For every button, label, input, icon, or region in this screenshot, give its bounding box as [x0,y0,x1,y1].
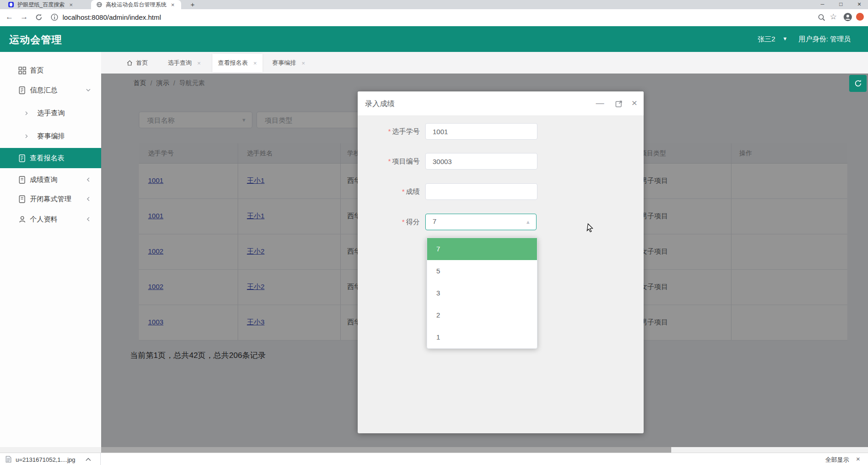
sidebar-item-label: 选手查询 [37,109,65,118]
reload-icon[interactable] [35,13,43,21]
dialog-minimize-icon[interactable]: — [594,98,605,108]
sidebar-item-score-query[interactable]: 成绩查询 [0,171,101,188]
back-icon[interactable]: ← [6,12,13,22]
url-text[interactable]: localhost:8080/admin/index.html [63,13,161,21]
sidebar: 首页 信息汇总 选手查询 赛事编排 查看报名表 成绩查询 开闭幕式管理 [0,52,102,453]
score-field[interactable] [425,183,537,200]
tab-close-icon[interactable]: × [253,60,257,67]
chevron-right-icon [24,134,29,139]
dropdown-option[interactable]: 3 [427,282,537,304]
download-filename[interactable]: u=2131671052,1....jpg [16,456,75,463]
chevron-right-icon [24,111,29,116]
required-mark: * [388,127,391,135]
form-row-student-id: *选手学号 [358,123,644,140]
chevron-left-icon [86,196,91,202]
app-header: 运动会管理 张三2 ▼ 用户身份: 管理员 [0,26,868,52]
tab-close-icon[interactable]: × [197,60,201,67]
window-close-button[interactable]: × [851,0,867,9]
sidebar-subitem-event-arrange[interactable]: 赛事编排 [0,127,101,145]
horizontal-scrollbar[interactable] [0,447,868,453]
field-label: 选手学号 [392,127,420,135]
profile-avatar-icon[interactable] [843,12,852,22]
window-maximize-button[interactable]: □ [833,0,849,9]
home-icon [126,60,133,66]
chevron-up-icon[interactable] [86,457,91,461]
dropdown-option[interactable]: 7 [427,238,537,260]
points-select[interactable]: 7 ▲ [425,214,537,230]
file-icon [6,456,11,463]
required-mark: * [388,157,391,165]
dialog-fullscreen-icon[interactable] [615,100,623,108]
globe-icon [97,2,102,7]
dropdown-option[interactable]: 1 [427,326,537,348]
dropdown-option[interactable]: 2 [427,304,537,326]
document-icon [18,195,26,203]
points-select-value: 7 [433,217,436,225]
sidebar-item-label: 个人资料 [30,215,57,224]
field-label: 成绩 [406,187,420,195]
tab-label: 选手查询 [168,59,192,67]
new-tab-button[interactable]: + [188,0,198,9]
bookmark-star-icon[interactable]: ☆ [830,12,837,22]
app-title: 运动会管理 [9,33,62,47]
tab-view-registration[interactable]: 查看报名表 × [212,54,263,72]
form-row-score: *成绩 [358,183,644,200]
tab-label: 查看报名表 [218,59,248,67]
page-tab-bar: 首页 选手查询 × 查看报名表 × 赛事编排 × [101,52,868,74]
user-icon [18,215,26,223]
sidebar-item-view-registration[interactable]: 查看报名表 [0,148,101,168]
sidebar-item-label: 开闭幕式管理 [30,195,71,204]
window-minimize-button[interactable]: ─ [815,0,830,9]
screen: 护眼壁纸_百度搜索 × 高校运动会后台管理系统 × + ─ □ × ← → lo… [0,0,868,465]
sidebar-item-label: 信息汇总 [30,86,57,95]
points-dropdown: 7 5 3 2 1 [427,238,537,349]
sidebar-item-label: 查看报名表 [30,154,64,163]
chevron-left-icon [86,177,91,182]
sidebar-item-label: 首页 [30,66,44,75]
browser-extension-badge[interactable] [856,13,864,21]
form-row-project-number: *项目编号 [358,153,644,170]
scrollbar-thumb[interactable] [101,447,671,453]
dropdown-option[interactable]: 5 [427,260,537,282]
document-icon [18,154,26,162]
browser-tab-title: 高校运动会后台管理系统 [106,1,166,9]
tab-close-icon[interactable]: × [171,1,175,8]
browser-tab-active[interactable]: 高校运动会后台管理系统 × [91,0,181,9]
user-menu[interactable]: 张三2 [758,35,775,44]
downloads-bar: u=2131671052,1....jpg 全部显示 × [0,453,868,465]
document-icon [18,86,26,94]
sidebar-item-home[interactable]: 首页 [0,62,101,79]
downloads-divider [100,453,101,465]
forward-icon[interactable]: → [20,12,28,22]
student-id-field[interactable] [425,123,537,140]
dialog-close-icon[interactable]: × [629,97,640,108]
tab-label: 首页 [136,59,148,67]
sidebar-subitem-player-query[interactable]: 选手查询 [0,104,101,122]
required-mark: * [402,187,405,195]
zoom-icon[interactable] [817,13,826,22]
tab-player-query[interactable]: 选手查询 × [168,54,201,72]
chevron-left-icon [86,216,91,222]
browser-address-bar: ← → localhost:8080/admin/index.html ☆ [0,9,868,26]
tab-close-icon[interactable]: × [302,60,305,67]
mouse-cursor [587,223,596,233]
refresh-button[interactable] [849,75,867,92]
tab-event-arrange[interactable]: 赛事编排 × [272,54,305,72]
page-info-icon[interactable] [51,13,58,21]
tab-home[interactable]: 首页 [126,54,148,72]
sidebar-item-ceremony-mgmt[interactable]: 开闭幕式管理 [0,190,101,208]
sidebar-item-label: 成绩查询 [30,176,57,184]
select-caret-up-icon: ▲ [525,219,531,225]
user-caret-icon[interactable]: ▼ [782,36,788,41]
show-all-downloads-button[interactable]: 全部显示 [825,456,849,464]
browser-tab-baidu[interactable]: 护眼壁纸_百度搜索 × [4,0,89,9]
user-identity-label: 用户身份: 管理员 [799,35,851,44]
sidebar-item-profile[interactable]: 个人资料 [0,210,101,228]
downloads-close-icon[interactable]: × [856,455,860,463]
field-label: 得分 [406,218,420,226]
project-number-field[interactable] [425,153,537,170]
tab-close-icon[interactable]: × [69,1,73,8]
sidebar-item-label: 赛事编排 [37,132,65,141]
baidu-icon [8,2,14,7]
sidebar-item-info-summary[interactable]: 信息汇总 [0,81,101,99]
